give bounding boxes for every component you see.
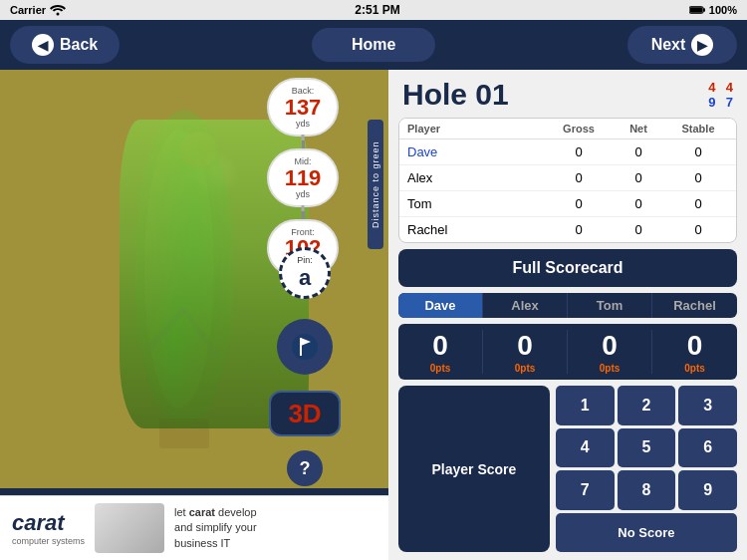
back-value: 137 (273, 97, 333, 119)
pts-dave: 0pts (430, 363, 451, 374)
score-stable-alex: 0 (668, 170, 728, 185)
svg-rect-6 (159, 419, 209, 448)
blue-stats: 9 7 (708, 95, 733, 110)
score-pts-rachel: 0 0pts (652, 330, 737, 374)
score-stable-rachel: 0 (668, 222, 728, 237)
score-stable-dave: 0 (668, 144, 728, 159)
tab-alex-label: Alex (511, 298, 538, 313)
score-row-tom: Tom 0 0 0 (399, 191, 736, 217)
svg-point-5 (144, 130, 214, 409)
player-name-dave: Dave (407, 144, 549, 159)
score-pts-dave: 0 0pts (398, 330, 483, 374)
carrier-label: Carrier (10, 4, 46, 16)
stat-red-2: 4 (726, 80, 733, 95)
bottom-panel: Player Score 1 2 3 4 5 6 7 8 9 No Score (398, 386, 737, 552)
svg-point-10 (292, 334, 318, 360)
distance-to-green-label: Distance to green (368, 120, 383, 249)
svg-point-7 (181, 132, 217, 167)
tab-dave[interactable]: Dave (398, 293, 483, 318)
numpad-5[interactable]: 5 (618, 428, 676, 468)
score-stable-tom: 0 (668, 196, 728, 211)
mid-distance-bubble: Mid: 119 yds (267, 148, 339, 207)
col-player: Player (407, 123, 549, 135)
col-net: Net (609, 123, 668, 135)
score-big-alex: 0 (517, 330, 533, 362)
mid-unit: yds (273, 189, 333, 199)
mid-value: 119 (273, 167, 333, 189)
right-panel: Hole 01 4 4 9 7 Player Gross Net (388, 70, 747, 560)
score-table: Player Gross Net Stable Dave 0 0 0 Alex … (398, 118, 737, 243)
back-distance-bubble: Back: 137 yds (267, 78, 339, 137)
carat-subtitle: computer systems (12, 536, 85, 546)
tab-rachel[interactable]: Rachel (652, 293, 737, 318)
carat-logo: carat (12, 510, 85, 536)
score-gross-tom: 0 (549, 196, 609, 211)
svg-rect-2 (703, 8, 705, 11)
next-arrow-icon: ▶ (691, 34, 713, 56)
bottom-controls: Pin: a 3D ? (269, 239, 341, 490)
home-button[interactable]: Home (312, 28, 435, 62)
svg-rect-3 (690, 7, 703, 12)
wifi-icon (50, 4, 66, 16)
flag-button[interactable] (277, 319, 333, 375)
numpad-6[interactable]: 6 (678, 428, 737, 468)
battery-label: 100% (709, 4, 737, 16)
score-net-tom: 0 (609, 196, 668, 211)
tab-rachel-label: Rachel (673, 298, 716, 313)
score-pts-tom: 0 0pts (568, 330, 652, 374)
map-section: Back: 137 yds Mid: 119 yds Front: 102 yd… (0, 70, 388, 560)
numpad-7[interactable]: 7 (556, 470, 615, 510)
battery-icon (689, 5, 705, 15)
home-label: Home (352, 36, 395, 54)
numpad-2[interactable]: 2 (618, 386, 676, 425)
numpad-3[interactable]: 3 (678, 386, 737, 425)
numpad-4[interactable]: 4 (556, 428, 615, 468)
numpad-8[interactable]: 8 (618, 470, 676, 510)
help-button[interactable]: ? (287, 450, 323, 486)
no-score-label: No Score (618, 525, 674, 540)
col-gross: Gross (549, 123, 609, 135)
next-label: Next (651, 36, 686, 54)
stat-blue-2: 7 (726, 95, 733, 110)
score-big-dave: 0 (432, 330, 448, 362)
score-table-header: Player Gross Net Stable (399, 119, 736, 140)
back-button[interactable]: ◀ Back (10, 26, 120, 64)
score-net-alex: 0 (609, 170, 668, 185)
score-row-alex: Alex 0 0 0 (399, 165, 736, 191)
pts-tom: 0pts (600, 363, 621, 374)
numpad-9[interactable]: 9 (678, 470, 737, 510)
pin-value: a (299, 265, 311, 291)
ad-bar: carat computer systems let carat develop… (0, 495, 388, 560)
next-button[interactable]: Next ▶ (627, 26, 737, 64)
3d-button[interactable]: 3D (269, 391, 341, 436)
svg-line-8 (149, 309, 184, 349)
hole-stats: 4 4 9 7 (708, 80, 733, 110)
back-arrow-icon: ◀ (32, 34, 54, 56)
full-scorecard-label: Full Scorecard (512, 259, 622, 276)
tab-alex[interactable]: Alex (483, 293, 568, 318)
svg-point-0 (57, 13, 60, 16)
player-score-label: Player Score (431, 461, 516, 477)
carat-logo-area: carat computer systems (12, 510, 85, 546)
no-score-button[interactable]: No Score (556, 513, 737, 553)
score-net-rachel: 0 (609, 222, 668, 237)
score-big-tom: 0 (602, 330, 618, 362)
pin-bubble: Pin: a (279, 247, 331, 299)
status-bar: Carrier 2:51 PM 100% (0, 0, 747, 20)
score-gross-dave: 0 (549, 144, 609, 159)
full-scorecard-button[interactable]: Full Scorecard (398, 249, 737, 287)
pin-label: Pin: (297, 255, 313, 265)
pts-rachel: 0pts (684, 363, 705, 374)
pts-alex: 0pts (515, 363, 536, 374)
numpad: 1 2 3 4 5 6 7 8 9 No Score (556, 386, 737, 552)
hole-title: Hole 01 (402, 78, 509, 112)
player-name-alex: Alex (407, 170, 549, 185)
numpad-1[interactable]: 1 (556, 386, 615, 425)
stat-red-1: 4 (708, 80, 715, 95)
score-gross-rachel: 0 (549, 222, 609, 237)
score-row-rachel: Rachel 0 0 0 (399, 217, 736, 242)
tab-tom[interactable]: Tom (568, 293, 652, 318)
score-net-dave: 0 (609, 144, 668, 159)
tab-tom-label: Tom (597, 298, 622, 313)
score-gross-alex: 0 (549, 170, 609, 185)
